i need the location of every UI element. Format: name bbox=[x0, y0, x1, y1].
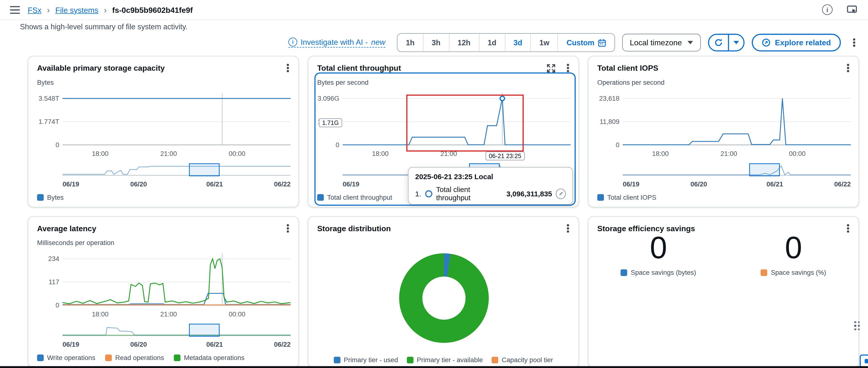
card-total-client-iops: Total client IOPS Operations per second … bbox=[588, 56, 859, 207]
hamburger-menu-icon[interactable] bbox=[10, 6, 20, 13]
legend-item[interactable]: Capacity pool tier bbox=[492, 356, 553, 364]
range-button-12h[interactable]: 12h bbox=[449, 34, 479, 51]
legend-swatch bbox=[37, 194, 43, 201]
card-title: Total client throughput bbox=[317, 64, 401, 73]
app-root: FSx › File systems › fs-0c9b5b9602b41fe9… bbox=[0, 0, 868, 368]
svg-text:0: 0 bbox=[56, 141, 59, 149]
chart-legend: Bytes bbox=[37, 194, 64, 201]
iops-brush[interactable]: 06/1906/2006/2106/22 bbox=[597, 163, 851, 188]
breadcrumb-separator-icon: › bbox=[47, 5, 50, 14]
capacity-chart[interactable]: 3.548T1.774T018:0021:0000:00 bbox=[37, 88, 290, 162]
legend-item[interactable]: Metadata operations bbox=[174, 354, 245, 362]
legend-swatch bbox=[407, 357, 413, 363]
chart-legend: Primary tier - usedPrimary tier - availa… bbox=[308, 356, 579, 364]
legend-swatch bbox=[492, 357, 498, 363]
svg-text:06/19: 06/19 bbox=[63, 341, 79, 348]
card-menu-button[interactable] bbox=[562, 62, 574, 74]
chart-tooltip: 2025-06-21 23:25 Local 1. Total client t… bbox=[408, 167, 573, 205]
card-title: Available primary storage capacity bbox=[37, 64, 165, 73]
card-menu-button[interactable] bbox=[282, 222, 294, 234]
y-axis-unit-label: Milliseconds per operation bbox=[37, 239, 114, 247]
dashboard-toolbar: i Investigate with AI - new 1h 3h 12h 1d… bbox=[0, 33, 868, 52]
svg-text:11,809: 11,809 bbox=[599, 118, 619, 125]
capacity-brush[interactable]: 06/1906/2006/2106/22 bbox=[37, 163, 290, 188]
svg-text:18:00: 18:00 bbox=[92, 150, 108, 157]
y-axis-unit-label: Operations per second bbox=[597, 78, 664, 86]
svg-text:234: 234 bbox=[48, 255, 59, 262]
card-menu-button[interactable] bbox=[842, 222, 854, 234]
refresh-options-button[interactable] bbox=[728, 35, 743, 51]
svg-text:0: 0 bbox=[56, 301, 59, 309]
legend-item[interactable]: Bytes bbox=[37, 194, 64, 201]
legend-item[interactable]: Read operations bbox=[105, 354, 164, 362]
top-navigation: FSx › File systems › fs-0c9b5b9602b41fe9… bbox=[0, 0, 868, 20]
iops-chart[interactable]: 23,61811,809018:0021:0000:00 bbox=[597, 88, 851, 162]
svg-text:06/21: 06/21 bbox=[206, 341, 223, 348]
range-button-custom[interactable]: Custom bbox=[558, 34, 614, 51]
card-storage-efficiency-savings: Storage efficiency savings 0 Space savin… bbox=[588, 216, 859, 368]
throughput-chart[interactable]: 3.096G1.548G018:0021:00 bbox=[317, 88, 571, 162]
svg-text:0: 0 bbox=[616, 141, 619, 149]
range-button-1w[interactable]: 1w bbox=[530, 34, 558, 51]
timezone-select[interactable]: Local timezone bbox=[622, 34, 701, 51]
explore-related-button[interactable]: Explore related bbox=[752, 34, 841, 51]
latency-brush[interactable]: 06/1906/2006/2106/22 bbox=[37, 323, 290, 348]
range-button-1d[interactable]: 1d bbox=[479, 34, 505, 51]
svg-text:18:00: 18:00 bbox=[372, 150, 389, 157]
legend-item[interactable]: Write operations bbox=[37, 354, 95, 362]
card-available-primary-storage-capacity: Available primary storage capacity Bytes… bbox=[28, 56, 299, 207]
screen-edge-strip bbox=[0, 366, 868, 368]
hover-y-value-chip: 1.71G bbox=[319, 119, 342, 127]
card-menu-button[interactable] bbox=[282, 62, 294, 74]
page-subtitle: Shows a high-level summary of file syste… bbox=[20, 23, 868, 32]
hover-x-value-chip: 06-21 23:25 bbox=[485, 152, 525, 161]
screen-share-icon[interactable] bbox=[847, 5, 858, 14]
svg-text:21:00: 21:00 bbox=[720, 150, 737, 157]
svg-text:18:00: 18:00 bbox=[652, 150, 669, 157]
expand-icon[interactable] bbox=[547, 64, 555, 72]
refresh-button[interactable] bbox=[709, 35, 728, 51]
investigate-with-ai-link[interactable]: i Investigate with AI - new bbox=[288, 37, 385, 47]
legend-item[interactable]: Primary tier - available bbox=[407, 356, 483, 364]
info-icon[interactable]: i bbox=[822, 4, 832, 15]
card-average-latency: Average latency Milliseconds per operati… bbox=[28, 216, 299, 368]
time-range-segmented-control: 1h 3h 12h 1d 3d 1w Custom bbox=[397, 33, 615, 52]
calendar-icon bbox=[597, 38, 606, 47]
chart-legend: Total client throughput bbox=[317, 194, 392, 201]
svg-text:06/20: 06/20 bbox=[130, 341, 147, 348]
legend-swatch bbox=[761, 269, 768, 276]
svg-text:3.548T: 3.548T bbox=[38, 95, 59, 102]
svg-text:117: 117 bbox=[49, 278, 59, 286]
legend-item[interactable]: Total client IOPS bbox=[597, 194, 656, 201]
svg-text:1.774T: 1.774T bbox=[38, 118, 59, 125]
legend-item[interactable]: Total client throughput bbox=[317, 194, 392, 201]
card-title: Storage efficiency savings bbox=[597, 224, 695, 233]
svg-text:06/19: 06/19 bbox=[63, 180, 79, 188]
latency-chart[interactable]: 234117018:0021:0000:00 bbox=[37, 248, 290, 322]
breadcrumb-file-systems[interactable]: File systems bbox=[55, 5, 98, 14]
board-drag-handle-icon[interactable] bbox=[853, 320, 861, 332]
card-menu-button[interactable] bbox=[842, 62, 854, 74]
tooltip-index: 1. bbox=[415, 189, 421, 198]
range-button-3h[interactable]: 3h bbox=[423, 34, 449, 51]
storage-distribution-donut[interactable] bbox=[399, 253, 489, 343]
series-marker-icon bbox=[425, 190, 432, 197]
tooltip-pin-icon[interactable] bbox=[556, 188, 566, 199]
range-button-3d[interactable]: 3d bbox=[505, 34, 531, 51]
range-button-1h[interactable]: 1h bbox=[397, 34, 423, 51]
legend-item[interactable]: Primary tier - used bbox=[334, 356, 398, 364]
svg-text:06/19: 06/19 bbox=[623, 180, 640, 188]
svg-text:06/20: 06/20 bbox=[130, 180, 147, 188]
y-axis-unit-label: Bytes bbox=[37, 78, 54, 86]
svg-text:06/19: 06/19 bbox=[343, 180, 360, 188]
svg-text:0: 0 bbox=[336, 141, 339, 149]
svg-text:00:00: 00:00 bbox=[229, 150, 246, 157]
breadcrumb-fsx[interactable]: FSx bbox=[28, 5, 41, 14]
toolbar-menu-button[interactable] bbox=[848, 37, 860, 49]
card-menu-button[interactable] bbox=[562, 222, 574, 234]
space-savings-percent-value: 0 bbox=[785, 232, 802, 263]
svg-text:06/22: 06/22 bbox=[834, 180, 851, 188]
tooltip-title: 2025-06-21 23:25 Local bbox=[415, 173, 565, 181]
legend-swatch bbox=[317, 194, 324, 201]
card-title: Storage distribution bbox=[317, 224, 391, 233]
